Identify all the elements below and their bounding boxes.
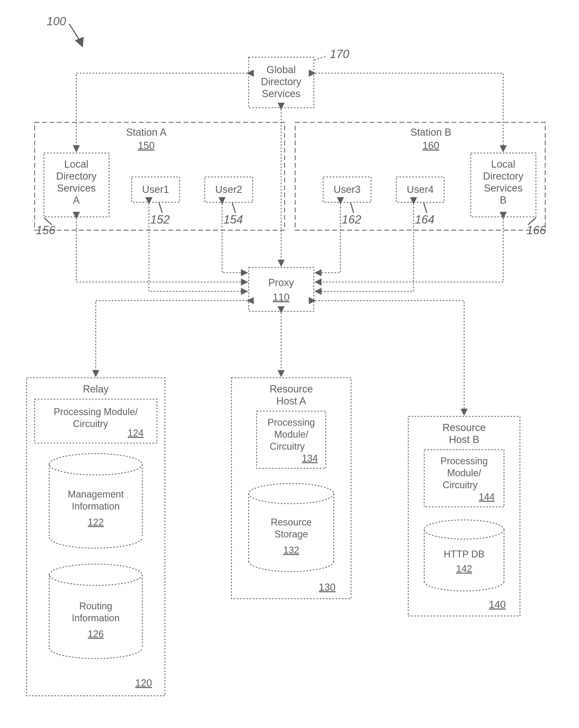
- svg-text:Circuitry: Circuitry: [270, 441, 305, 452]
- svg-point-74: [424, 520, 504, 539]
- svg-text:134: 134: [302, 453, 318, 464]
- svg-text:130: 130: [319, 582, 335, 593]
- conn-user3-proxy: [315, 204, 340, 273]
- svg-text:120: 120: [135, 677, 152, 688]
- svg-text:Circuitry: Circuitry: [443, 479, 478, 490]
- svg-text:Information: Information: [72, 613, 120, 623]
- host-b-box: Resource Host B 140 Processing Module/ C…: [408, 416, 520, 616]
- svg-point-44: [49, 454, 142, 475]
- svg-text:Services: Services: [262, 88, 301, 99]
- svg-text:Relay: Relay: [83, 384, 109, 395]
- svg-text:Directory: Directory: [261, 76, 301, 87]
- svg-text:Directory: Directory: [56, 171, 96, 182]
- svg-text:152: 152: [150, 213, 170, 226]
- svg-text:A: A: [73, 194, 80, 206]
- user1-box: User1: [132, 177, 180, 202]
- svg-text:Module/: Module/: [274, 429, 308, 440]
- svg-text:122: 122: [88, 517, 104, 528]
- svg-text:Host A: Host A: [276, 395, 306, 407]
- svg-text:Local: Local: [491, 159, 516, 170]
- conn-ldsb-proxy: [315, 218, 503, 282]
- svg-text:Host B: Host B: [449, 434, 479, 445]
- svg-text:Resource: Resource: [270, 384, 313, 395]
- svg-text:Circuitry: Circuitry: [73, 418, 108, 429]
- lds-b-box: Local Directory Services B: [471, 153, 536, 217]
- user2-box: User2: [205, 177, 253, 202]
- svg-text:132: 132: [283, 545, 299, 555]
- svg-text:Resource: Resource: [271, 517, 312, 528]
- global-ref-text: 170: [330, 47, 350, 60]
- svg-text:164: 164: [415, 213, 434, 226]
- svg-text:Proxy: Proxy: [268, 277, 294, 288]
- host-a-box: Resource Host A 130 Processing Module/ C…: [231, 378, 351, 599]
- conn-global-ldsb: [315, 73, 503, 152]
- conn-proxy-relay: [96, 301, 247, 376]
- conn-global-ldsa: [76, 73, 247, 152]
- host-b-http-db: HTTP DB 142: [424, 520, 504, 591]
- svg-text:Processing: Processing: [268, 417, 315, 428]
- svg-text:Module/: Module/: [447, 468, 481, 478]
- svg-text:Processing: Processing: [440, 456, 488, 466]
- svg-text:142: 142: [456, 563, 472, 574]
- conn-ldsa-proxy: [76, 218, 247, 282]
- user4-box: User4: [396, 177, 444, 202]
- svg-text:Information: Information: [72, 501, 120, 512]
- relay-box: Relay 120 Processing Module/ Circuitry 1…: [27, 378, 165, 696]
- svg-text:Resource: Resource: [443, 422, 486, 433]
- svg-text:166: 166: [527, 224, 546, 237]
- svg-text:Storage: Storage: [274, 529, 308, 540]
- svg-text:Management: Management: [68, 489, 124, 500]
- conn-proxy-hostb: [315, 301, 464, 415]
- svg-rect-52: [231, 378, 351, 599]
- global-ref-leader: [314, 56, 327, 60]
- svg-text:Station A: Station A: [126, 127, 167, 138]
- figure-ref-label: 100: [47, 15, 66, 28]
- svg-point-61: [249, 484, 334, 504]
- svg-text:126: 126: [88, 628, 104, 640]
- svg-text:144: 144: [479, 491, 495, 502]
- svg-text:162: 162: [342, 213, 361, 226]
- lds-a-box: Local Directory Services A: [44, 153, 109, 217]
- svg-rect-34: [249, 267, 314, 311]
- station-a-group: Station A 150 Local Directory Services A…: [34, 122, 284, 237]
- svg-text:User4: User4: [407, 184, 434, 195]
- svg-text:Services: Services: [57, 183, 96, 194]
- svg-text:140: 140: [489, 599, 505, 610]
- user4-ref-leader: [424, 203, 427, 213]
- svg-rect-65: [408, 416, 520, 616]
- global-directory-services-box: Global Directory Services: [249, 57, 314, 108]
- svg-text:Directory: Directory: [483, 171, 523, 182]
- svg-text:124: 124: [128, 427, 144, 439]
- relay-mgmt-db: Management Information 122: [49, 454, 142, 548]
- user2-ref-leader: [232, 203, 236, 213]
- svg-point-48: [49, 564, 142, 586]
- user1-ref-leader: [159, 203, 162, 213]
- figure-ref-arrow: [69, 24, 82, 47]
- svg-text:Processing Module/: Processing Module/: [54, 406, 138, 417]
- user3-box: User3: [323, 177, 371, 202]
- user3-ref-leader: [351, 203, 354, 213]
- svg-text:User2: User2: [215, 184, 242, 195]
- svg-text:110: 110: [273, 292, 290, 303]
- conn-user4-proxy: [315, 204, 414, 291]
- system-diagram: 100 Global Directory Services 170 Statio…: [0, 0, 579, 728]
- svg-text:Station B: Station B: [410, 127, 451, 138]
- svg-text:User1: User1: [142, 184, 169, 195]
- svg-text:B: B: [500, 194, 506, 206]
- host-a-storage-db: Resource Storage 132: [249, 484, 334, 572]
- svg-text:160: 160: [422, 140, 439, 151]
- svg-text:Routing: Routing: [79, 601, 112, 612]
- relay-route-db: Routing Information 126: [49, 564, 142, 658]
- svg-text:Services: Services: [484, 183, 523, 194]
- proxy-box: Proxy 110: [249, 267, 314, 311]
- svg-text:Local: Local: [64, 159, 88, 170]
- svg-text:156: 156: [36, 224, 56, 237]
- station-b-group: Station B 160 User3 162 User4 164 Local …: [295, 122, 546, 237]
- svg-text:Global: Global: [267, 64, 296, 75]
- svg-text:User3: User3: [333, 184, 360, 195]
- svg-text:154: 154: [223, 213, 243, 226]
- svg-text:HTTP DB: HTTP DB: [444, 549, 484, 560]
- svg-text:150: 150: [138, 140, 155, 151]
